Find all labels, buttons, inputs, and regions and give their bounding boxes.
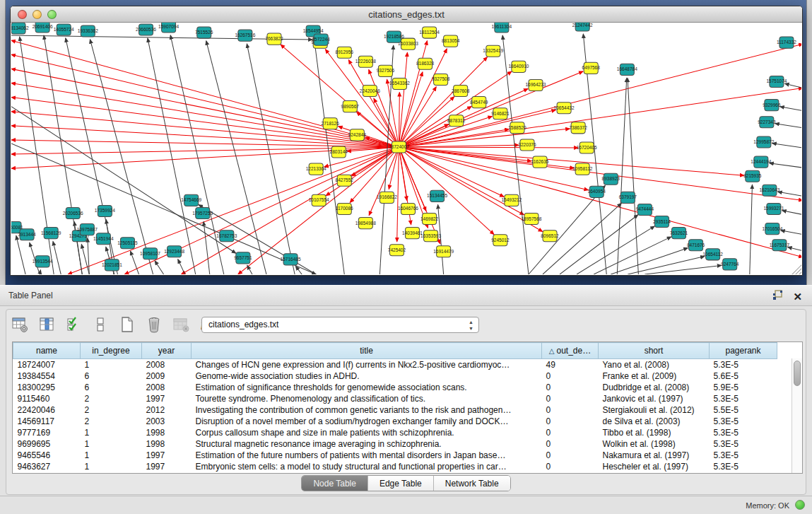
network-edge[interactable] — [781, 230, 801, 235]
network-node[interactable]: 7425402 — [388, 245, 406, 256]
show-column-button[interactable] — [37, 315, 57, 334]
network-node[interactable]: 9890567 — [341, 101, 360, 112]
table-row[interactable]: 1872400712008Changes of HCN gene express… — [13, 359, 794, 370]
cell-in_degree[interactable]: 1 — [81, 450, 142, 461]
network-node[interactable]: 8454749 — [470, 97, 488, 108]
network-edge[interactable] — [788, 247, 801, 251]
network-node[interactable]: 10958107 — [140, 248, 160, 259]
network-edge[interactable] — [772, 144, 801, 148]
network-node[interactable]: 19166822 — [377, 192, 397, 203]
network-edge[interactable] — [775, 124, 801, 128]
network-node[interactable]: 8471676 — [687, 240, 705, 251]
cell-year[interactable]: 1998 — [142, 427, 192, 438]
cell-out_degree[interactable]: 0 — [542, 427, 599, 438]
cell-year[interactable]: 2012 — [142, 404, 192, 416]
network-node[interactable]: 19336362 — [78, 25, 98, 37]
column-header-year[interactable]: year — [142, 343, 192, 359]
cell-title[interactable]: Embryonic stem cells: a model to study s… — [192, 461, 542, 472]
right-splitter[interactable] — [806, 0, 812, 285]
network-node[interactable]: 20206536 — [63, 207, 83, 218]
network-node[interactable]: 12021851 — [102, 259, 122, 271]
cell-in_degree[interactable]: 6 — [81, 370, 142, 382]
network-node[interactable]: 17016504 — [762, 223, 782, 235]
cell-pagerank[interactable]: 5.3E-5 — [710, 461, 777, 472]
cell-in_degree[interactable]: 1 — [81, 461, 142, 472]
network-node[interactable]: 8096512 — [541, 230, 559, 242]
network-node[interactable]: 10654432 — [554, 103, 575, 114]
network-node[interactable]: 8572244 — [312, 34, 331, 45]
table-row[interactable]: 1456911722003Disruption of a novel membe… — [13, 416, 794, 427]
column-header-out_degree[interactable]: △out_de… — [542, 343, 599, 359]
network-edge[interactable] — [397, 147, 399, 242]
cell-pagerank[interactable]: 5.3E-5 — [710, 416, 777, 427]
cell-in_degree[interactable]: 1 — [81, 438, 142, 450]
left-splitter[interactable] — [0, 0, 6, 285]
network-node[interactable]: 1640954 — [588, 186, 606, 197]
network-node[interactable]: 18134062 — [11, 23, 29, 34]
network-node[interactable]: 8878312 — [447, 115, 466, 127]
network-node[interactable]: 9242848 — [348, 129, 367, 141]
network-node[interactable]: 17359924 — [95, 205, 115, 216]
network-node[interactable]: 20691406 — [33, 23, 53, 33]
network-node[interactable]: 2935114 — [653, 216, 671, 228]
cell-year[interactable]: 2009 — [142, 370, 192, 382]
new-document-button[interactable] — [117, 315, 137, 334]
network-node[interactable]: 2718126 — [322, 118, 340, 129]
network-node[interactable]: 7386372 — [569, 122, 587, 134]
network-node[interactable]: 8912956 — [336, 47, 354, 58]
table-row[interactable]: 1938455462009Genome-wide association stu… — [13, 370, 794, 382]
network-node[interactable]: 10975887 — [77, 224, 98, 235]
network-node[interactable]: 6379197 — [619, 192, 637, 203]
table-row[interactable]: 977716911998Corpus callosum shape and si… — [13, 427, 794, 438]
network-node[interactable]: 16046766 — [398, 203, 418, 214]
network-node[interactable]: 16353593 — [420, 230, 441, 242]
network-node[interactable]: 19611304 — [492, 23, 512, 33]
delete-table-button[interactable] — [171, 315, 191, 334]
network-node[interactable]: 9329966 — [763, 100, 781, 111]
cell-in_degree[interactable]: 1 — [81, 427, 142, 438]
network-node[interactable]: 16648784 — [617, 64, 637, 75]
network-node[interactable]: 11451944 — [93, 233, 114, 245]
cell-name[interactable]: 9699695 — [13, 438, 81, 450]
cell-name[interactable]: 9115460 — [13, 393, 81, 404]
cell-title[interactable]: Corpus callosum shape and size in male p… — [192, 427, 542, 438]
cell-short[interactable]: Nakamura et al. (1997) — [599, 450, 710, 461]
cell-title[interactable]: Tourette syndrome. Phenomenology and cla… — [192, 393, 542, 404]
network-node[interactable]: 7515526 — [195, 27, 213, 38]
network-node[interactable]: 18112504 — [419, 27, 440, 38]
memory-status-icon[interactable] — [795, 500, 805, 510]
network-node[interactable]: 12995872 — [753, 136, 774, 148]
network-node[interactable]: 8427552 — [336, 175, 354, 186]
cell-name[interactable]: 14569117 — [13, 416, 81, 427]
cell-title[interactable]: Estimation of the future numbers of pati… — [192, 450, 542, 461]
cell-out_degree[interactable]: 0 — [542, 416, 599, 427]
network-node[interactable]: 2803144 — [330, 146, 348, 158]
cell-pagerank[interactable]: 5.3E-5 — [710, 359, 777, 370]
cell-short[interactable]: Jankovic et al. (1997) — [599, 393, 710, 404]
tab-edge-table[interactable]: Edge Table — [367, 476, 433, 491]
network-node[interactable]: 21247442 — [572, 23, 593, 31]
network-node[interactable]: 9245012 — [491, 235, 510, 246]
cell-out_degree[interactable]: 0 — [542, 438, 599, 450]
network-edge[interactable] — [204, 221, 210, 274]
network-node[interactable]: 9327508 — [432, 74, 450, 85]
network-edge[interactable] — [247, 265, 252, 274]
network-edge[interactable] — [399, 129, 570, 147]
cell-in_degree[interactable]: 2 — [81, 404, 142, 416]
cell-year[interactable]: 1997 — [142, 393, 192, 404]
window-titlebar[interactable]: citations_edges.txt — [11, 6, 802, 23]
network-node[interactable]: 15751074 — [766, 76, 787, 87]
cell-in_degree[interactable]: 2 — [81, 416, 142, 427]
network-edge[interactable] — [148, 38, 196, 274]
delete-button[interactable] — [144, 315, 164, 334]
network-edge[interactable] — [295, 266, 302, 274]
cell-title[interactable]: Changes of HCN gene expression and I(f) … — [192, 359, 542, 370]
cell-short[interactable]: Yano et al. (2008) — [599, 359, 710, 370]
network-node[interactable]: 11174332 — [777, 37, 796, 48]
cell-name[interactable]: 9465546 — [13, 450, 81, 461]
network-node[interactable]: 12444194 — [751, 156, 771, 168]
cell-name[interactable]: 18724007 — [13, 359, 81, 370]
cell-title[interactable]: Structural magnetic resonance image aver… — [192, 438, 542, 450]
cell-year[interactable]: 2008 — [142, 382, 192, 393]
network-node[interactable]: 10958112 — [572, 163, 593, 175]
